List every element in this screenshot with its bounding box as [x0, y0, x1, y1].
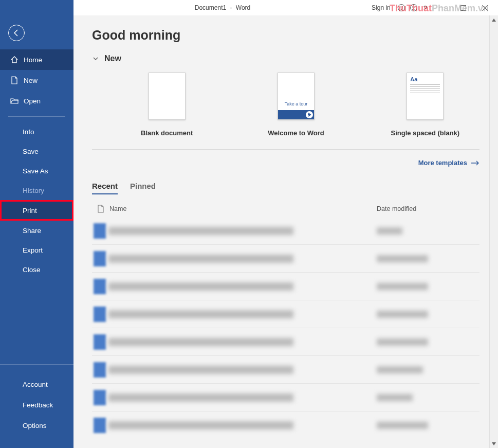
- svg-point-1: [400, 7, 401, 8]
- template-blank-label: Blank document: [141, 129, 193, 137]
- recent-list-header: Name Date modified: [92, 200, 479, 217]
- back-button[interactable]: [8, 25, 25, 41]
- scroll-up-button[interactable]: [490, 15, 498, 24]
- arrow-right-icon: [471, 160, 479, 166]
- backstage-sidebar: Home New Open Info Save Save As History …: [0, 15, 73, 448]
- single-aa: Aa: [410, 76, 440, 82]
- svg-point-3: [410, 5, 417, 11]
- svg-point-4: [412, 7, 413, 8]
- svg-rect-7: [460, 5, 466, 10]
- recent-file-row[interactable]: [92, 384, 479, 411]
- document-icon: [97, 205, 104, 213]
- arrow-right-icon: [306, 111, 313, 118]
- sidebar-label-print: Print: [23, 207, 37, 214]
- tab-pinned[interactable]: Pinned: [130, 182, 156, 194]
- titlebar-right: Sign in ?: [372, 0, 498, 15]
- sidebar-label-new: New: [24, 77, 38, 84]
- new-section-label: New: [104, 54, 121, 63]
- titlebar-sidebar-fill: [0, 0, 73, 15]
- sidebar-item-export[interactable]: Export: [0, 240, 73, 260]
- col-name-header[interactable]: Name: [109, 205, 377, 212]
- sidebar-item-open[interactable]: Open: [0, 91, 73, 111]
- help-icon[interactable]: ?: [421, 4, 429, 12]
- recent-file-row[interactable]: [92, 328, 479, 356]
- backstage-main: Good morning New Blank document Take a t…: [73, 15, 498, 448]
- template-welcome-label: Welcome to Word: [268, 129, 324, 137]
- open-folder-icon: [10, 97, 19, 105]
- sidebar-item-new[interactable]: New: [0, 70, 73, 91]
- sidebar-item-close[interactable]: Close: [0, 260, 73, 279]
- titlebar: Document1 - Word Sign in ?: [0, 0, 498, 15]
- col-icon: [92, 205, 109, 213]
- tour-text: Take a tour: [285, 101, 308, 106]
- sidebar-label-home: Home: [24, 56, 42, 64]
- recent-file-row[interactable]: [92, 217, 479, 245]
- sign-in-link[interactable]: Sign in: [372, 4, 391, 11]
- sidebar-item-save[interactable]: Save: [0, 141, 73, 161]
- chevron-down-icon: [92, 55, 99, 62]
- sidebar-label-open: Open: [24, 97, 41, 105]
- svg-point-2: [402, 7, 403, 8]
- template-single-thumb: Aa: [407, 73, 444, 120]
- vertical-scrollbar[interactable]: [489, 15, 498, 448]
- sidebar-item-feedback[interactable]: Feedback: [0, 395, 73, 415]
- new-doc-icon: [10, 76, 19, 84]
- svg-point-0: [398, 5, 404, 11]
- section-divider: [92, 149, 479, 150]
- col-date-header[interactable]: Date modified: [377, 205, 479, 212]
- sidebar-item-account[interactable]: Account: [0, 374, 73, 395]
- doc-name: Document1: [195, 4, 226, 11]
- tab-recent[interactable]: Recent: [92, 182, 118, 194]
- sidebar-item-home[interactable]: Home: [0, 49, 73, 70]
- sidebar-item-history[interactable]: History: [0, 181, 73, 200]
- recent-tabs: Recent Pinned: [92, 182, 479, 194]
- sidebar-bottom: Account Feedback Options: [0, 364, 73, 448]
- template-blank-thumb: [149, 73, 186, 120]
- recent-file-row[interactable]: [92, 245, 479, 273]
- smile-icon[interactable]: [397, 3, 406, 12]
- scroll-down-button[interactable]: [490, 439, 498, 448]
- scroll-track[interactable]: [490, 24, 498, 439]
- sidebar-item-options[interactable]: Options: [0, 415, 73, 436]
- more-templates-link[interactable]: More templates: [418, 159, 479, 167]
- tour-bar: [278, 110, 314, 119]
- minimize-button[interactable]: [432, 0, 451, 15]
- template-single-spaced[interactable]: Aa Single spaced (blank): [371, 73, 479, 137]
- home-icon: [10, 56, 19, 64]
- sidebar-item-info[interactable]: Info: [0, 122, 73, 141]
- sidebar-divider: [8, 116, 65, 117]
- sidebar-item-print[interactable]: Print: [0, 200, 73, 221]
- greeting-heading: Good morning: [92, 28, 479, 43]
- close-window-button[interactable]: [475, 0, 494, 15]
- recent-file-row[interactable]: [92, 411, 479, 439]
- template-blank[interactable]: Blank document: [113, 73, 221, 137]
- titlebar-title: Document1 - Word: [73, 4, 372, 11]
- more-templates-row: More templates: [92, 158, 479, 167]
- recent-file-row[interactable]: [92, 273, 479, 300]
- sidebar-item-save-as[interactable]: Save As: [0, 161, 73, 181]
- sidebar-item-share[interactable]: Share: [0, 221, 73, 240]
- template-welcome[interactable]: Take a tour Welcome to Word: [242, 73, 350, 137]
- svg-point-5: [414, 7, 415, 8]
- frown-icon[interactable]: [409, 3, 418, 12]
- template-welcome-thumb: Take a tour: [278, 73, 315, 120]
- app-name: Word: [236, 4, 250, 11]
- template-single-label: Single spaced (blank): [391, 129, 459, 137]
- new-section-header[interactable]: New: [92, 54, 479, 63]
- recent-file-row[interactable]: [92, 300, 479, 328]
- maximize-button[interactable]: [454, 0, 472, 15]
- recent-file-row[interactable]: [92, 356, 479, 384]
- templates-row: Blank document Take a tour Welcome to Wo…: [92, 73, 479, 149]
